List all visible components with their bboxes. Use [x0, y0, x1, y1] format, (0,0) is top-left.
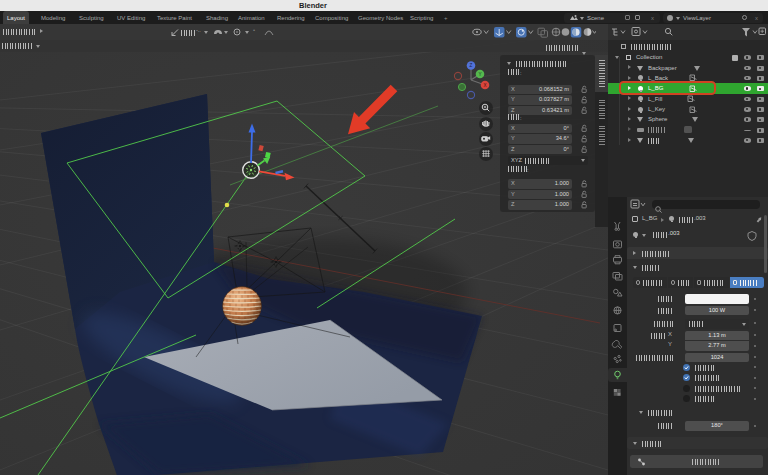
svg-text:X: X	[483, 83, 486, 88]
svg-text:Z: Z	[470, 63, 473, 68]
svg-text:Y: Y	[478, 72, 481, 77]
